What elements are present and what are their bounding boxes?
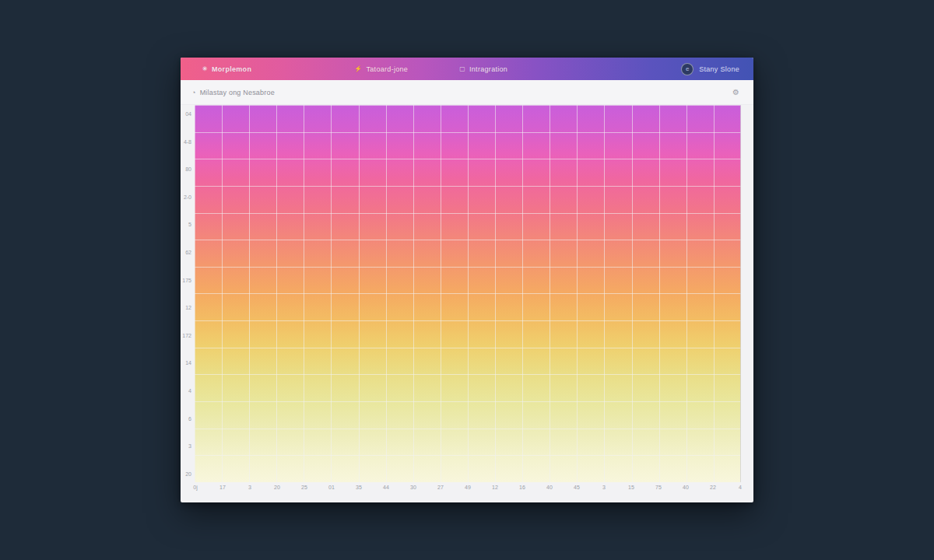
x-tick-label: 12 — [490, 485, 500, 491]
nav-item-label: Intragration — [469, 65, 507, 73]
y-axis-tick-labels: 044-8802-0562175121721446320 — [181, 111, 193, 477]
desktop-background: { "navbar": { "items": [ { "icon": "✳", … — [0, 0, 934, 560]
x-tick-label: 27 — [435, 485, 446, 491]
bolt-icon: ⚡ — [354, 65, 362, 72]
x-tick-label: 35 — [353, 485, 364, 491]
app-window: ✳ Morplemon ⚡ Tatoard-jone ▢ Intragratio… — [181, 58, 753, 502]
x-tick-label: 16 — [517, 485, 528, 491]
y-tick-label: 172 — [182, 333, 191, 338]
history-clock-icon: ◔ — [191, 89, 196, 96]
y-tick-label: 80 — [185, 166, 191, 172]
flower-icon: ✳ — [202, 65, 208, 72]
x-tick-label: 45 — [571, 485, 582, 491]
user-name: Stany Slone — [699, 65, 739, 73]
y-tick-label: 6 — [188, 416, 191, 422]
x-tick-label: 15 — [626, 485, 637, 491]
x-tick-label: 3 — [244, 485, 255, 491]
y-tick-label: 04 — [185, 111, 191, 117]
x-tick-label: 40 — [680, 485, 691, 491]
x-tick-label: 75 — [653, 485, 664, 491]
y-tick-label: 4 — [188, 388, 191, 394]
user-chip[interactable]: e Stany Slone — [681, 63, 743, 75]
x-tick-label: 40 — [544, 485, 555, 491]
subheader-toolbar: ◔ Milastay ong Nesabroe ⚙ — [181, 80, 753, 105]
x-tick-label: 17 — [217, 485, 228, 491]
x-tick-label: 0j — [190, 485, 201, 491]
y-tick-label: 14 — [185, 360, 191, 366]
nav-item-tatoard-jone[interactable]: ⚡ Tatoard-jone — [349, 58, 413, 80]
x-tick-label: 25 — [299, 485, 310, 491]
x-tick-label: 22 — [708, 485, 718, 491]
nav-item-label: Tatoard-jone — [367, 65, 409, 73]
nav-item-morplemon[interactable]: ✳ Morplemon — [198, 58, 256, 80]
nav-item-label: Morplemon — [212, 65, 251, 73]
x-tick-label: 4 — [735, 485, 746, 491]
checkbox-icon: ▢ — [459, 65, 465, 72]
x-tick-label: 30 — [408, 485, 419, 491]
y-tick-label: 5 — [188, 222, 191, 227]
top-navbar: ✳ Morplemon ⚡ Tatoard-jone ▢ Intragratio… — [181, 58, 753, 80]
chart-title: Milastay ong Nesabroe — [200, 89, 275, 96]
y-tick-label: 4-8 — [184, 139, 191, 145]
x-tick-label: 44 — [381, 485, 392, 491]
y-tick-label: 3 — [188, 443, 191, 449]
y-tick-label: 2-0 — [184, 194, 191, 200]
x-tick-label: 3 — [599, 485, 609, 491]
chart-title-group: ◔ Milastay ong Nesabroe — [191, 89, 275, 96]
x-tick-label: 01 — [326, 485, 337, 491]
y-tick-label: 20 — [185, 471, 191, 477]
user-avatar: e — [681, 63, 693, 75]
y-tick-label: 12 — [185, 305, 191, 310]
x-tick-label: 20 — [272, 485, 283, 491]
heatmap-plot-area[interactable] — [195, 105, 741, 482]
y-tick-label: 62 — [185, 250, 191, 255]
y-tick-label: 175 — [182, 278, 191, 283]
nav-item-intragration[interactable]: ▢ Intragration — [455, 58, 512, 80]
x-tick-label: 49 — [462, 485, 473, 491]
x-axis-tick-labels: 0j1732025013544302749121640453157540224 — [190, 485, 746, 494]
gear-icon[interactable]: ⚙ — [732, 88, 739, 96]
